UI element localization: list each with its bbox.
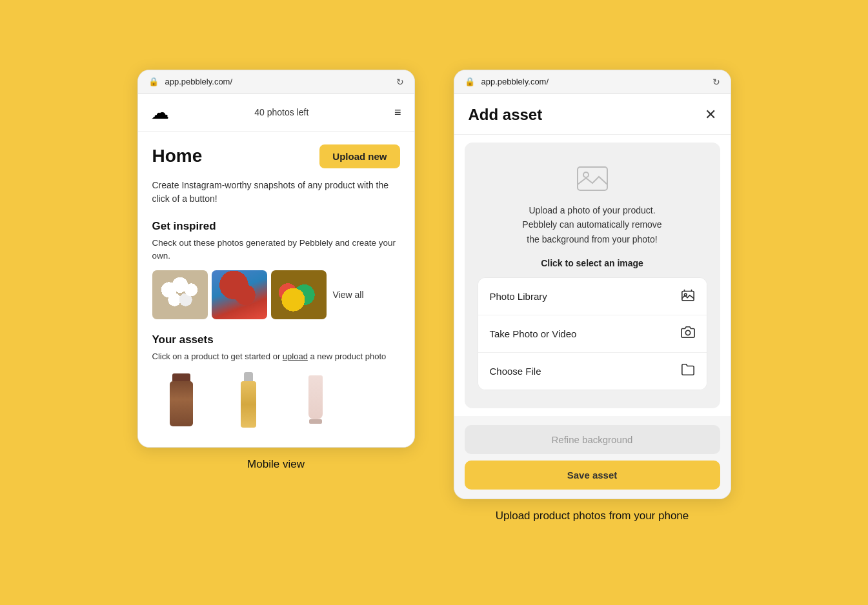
app-nav-left: ☁ 40 photos left ≡ bbox=[138, 94, 414, 132]
browser-bar-right: 🔒 app.pebblely.com/ ↻ bbox=[454, 70, 731, 94]
inspired-image-2[interactable] bbox=[212, 270, 267, 319]
refine-background-button[interactable]: Refine background bbox=[465, 425, 720, 454]
right-caption: Upload product photos from your phone bbox=[496, 510, 689, 522]
asset-item-1[interactable] bbox=[152, 371, 210, 429]
choose-file-option[interactable]: Choose File bbox=[478, 353, 707, 390]
url-right: app.pebblely.com/ bbox=[481, 77, 706, 86]
image-placeholder-icon bbox=[572, 163, 613, 194]
right-phone-frame: 🔒 app.pebblely.com/ ↻ Add asset ✕ bbox=[454, 70, 731, 499]
camera-icon bbox=[681, 325, 695, 342]
your-assets-title: Your assets bbox=[152, 333, 400, 346]
take-photo-option[interactable]: Take Photo or Video bbox=[478, 315, 707, 353]
get-inspired-desc: Check out these photos generated by Pebb… bbox=[152, 237, 400, 263]
your-assets-desc: Click on a product to get started or upl… bbox=[152, 350, 400, 363]
svg-point-4 bbox=[685, 330, 690, 335]
home-title: Home bbox=[152, 146, 203, 166]
lock-icon-left: 🔒 bbox=[148, 77, 159, 86]
svg-rect-0 bbox=[578, 167, 607, 190]
left-column: 🔒 app.pebblely.com/ ↻ ☁ 40 photos left ≡… bbox=[137, 70, 415, 471]
take-photo-label: Take Photo or Video bbox=[490, 328, 577, 339]
get-inspired-section: Get inspired Check out these photos gene… bbox=[152, 220, 400, 320]
svg-point-1 bbox=[583, 172, 589, 177]
view-all-link[interactable]: View all bbox=[333, 290, 364, 300]
inspired-row: View all bbox=[152, 270, 400, 319]
photo-library-icon bbox=[681, 288, 695, 305]
left-phone-frame: 🔒 app.pebblely.com/ ↻ ☁ 40 photos left ≡… bbox=[137, 70, 415, 448]
get-inspired-title: Get inspired bbox=[152, 220, 400, 233]
choose-file-label: Choose File bbox=[490, 366, 541, 377]
modal-body: Upload a photo of your product.Pebblely … bbox=[454, 143, 731, 408]
hamburger-menu[interactable]: ≡ bbox=[394, 106, 401, 119]
app-content: Home Upload new Create Instagram-worthy … bbox=[138, 132, 414, 447]
app-logo: ☁ bbox=[151, 102, 169, 123]
upload-desc-text: Upload a photo of your product.Pebblely … bbox=[522, 203, 661, 246]
save-asset-button[interactable]: Save asset bbox=[465, 461, 720, 490]
browser-bar-left: 🔒 app.pebblely.com/ ↻ bbox=[138, 70, 414, 94]
modal-close-button[interactable]: ✕ bbox=[705, 108, 716, 122]
upload-area: Upload a photo of your product.Pebblely … bbox=[465, 143, 720, 408]
modal-title: Add asset bbox=[469, 106, 543, 124]
assets-desc-prefix: Click on a product to get started or bbox=[152, 352, 283, 361]
asset-item-3[interactable] bbox=[287, 371, 345, 429]
inspired-image-3[interactable] bbox=[271, 270, 327, 319]
upload-description: Upload a photo of your product.Pebblely … bbox=[522, 203, 661, 246]
asset-item-2[interactable] bbox=[219, 371, 278, 429]
photos-left: 40 photos left bbox=[254, 107, 308, 117]
right-column: 🔒 app.pebblely.com/ ↻ Add asset ✕ bbox=[454, 70, 731, 522]
left-caption: Mobile view bbox=[247, 458, 305, 471]
folder-icon bbox=[681, 362, 695, 380]
assets-desc-suffix: a new product photo bbox=[308, 352, 386, 361]
photo-library-option[interactable]: Photo Library bbox=[478, 278, 707, 315]
your-assets-section: Your assets Click on a product to get st… bbox=[152, 333, 400, 429]
upload-new-button[interactable]: Upload new bbox=[319, 144, 399, 168]
options-list: Photo Library Take bbox=[478, 277, 707, 390]
home-header: Home Upload new bbox=[152, 144, 400, 168]
page-wrapper: 🔒 app.pebblely.com/ ↻ ☁ 40 photos left ≡… bbox=[21, 70, 847, 522]
modal-footer: Refine background Save asset bbox=[454, 416, 731, 499]
reload-icon-right[interactable]: ↻ bbox=[712, 77, 720, 87]
click-select-label: Click to select an image bbox=[541, 258, 643, 268]
assets-images-row bbox=[152, 371, 400, 429]
modal-header: Add asset ✕ bbox=[454, 94, 731, 135]
photo-library-label: Photo Library bbox=[490, 291, 547, 302]
url-left: app.pebblely.com/ bbox=[165, 77, 390, 86]
reload-icon-left[interactable]: ↻ bbox=[396, 77, 404, 87]
inspired-images bbox=[152, 270, 327, 319]
home-description: Create Instagram-worthy snapshots of any… bbox=[152, 179, 400, 206]
inspired-image-1[interactable] bbox=[152, 270, 208, 319]
lock-icon-right: 🔒 bbox=[465, 77, 475, 86]
assets-upload-link[interactable]: upload bbox=[283, 352, 308, 361]
